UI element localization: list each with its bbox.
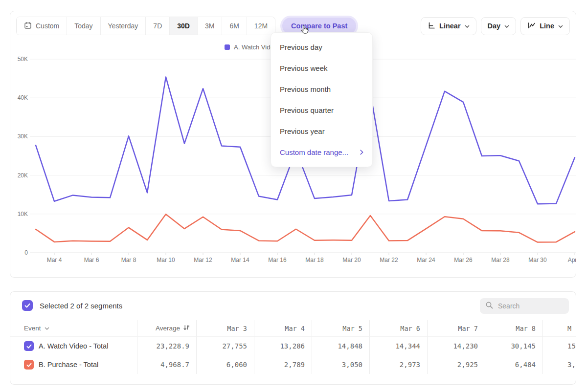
search-input[interactable] xyxy=(498,302,562,310)
scale-dropdown-label: Linear xyxy=(439,22,461,30)
value-cell: 3, xyxy=(542,355,576,374)
chevron-down-icon xyxy=(45,325,49,332)
range-button-yesterday[interactable]: Yesterday xyxy=(100,17,146,35)
y-axis-tick-label: 50K xyxy=(18,56,28,63)
value-cell: 15, xyxy=(542,337,576,355)
scale-dropdown-button[interactable]: Linear xyxy=(421,17,476,35)
x-axis-tick-label: Mar 12 xyxy=(194,257,212,263)
range-button-7d[interactable]: 7D xyxy=(145,17,169,35)
chart-type-dropdown-button[interactable]: Line xyxy=(520,17,570,35)
range-button-3m[interactable]: 3M xyxy=(197,17,222,35)
interval-dropdown-button[interactable]: Day xyxy=(481,17,517,35)
menu-item-previous-quarter[interactable]: Previous quarter xyxy=(271,100,372,121)
y-axis-tick-label: 10K xyxy=(18,211,28,218)
value-cell: 2,973 xyxy=(369,355,427,374)
range-button-label: Custom xyxy=(36,22,59,30)
range-button-today[interactable]: Today xyxy=(67,17,100,35)
value-cell: 30,145 xyxy=(485,337,542,355)
range-button-6m[interactable]: 6M xyxy=(222,17,246,35)
average-value-cell: 4,968.7 xyxy=(137,355,196,374)
event-column-header[interactable]: Event xyxy=(10,320,137,337)
date-header-label: Mar 5 xyxy=(342,325,362,332)
compare-to-past-menu: Previous dayPrevious weekPrevious monthP… xyxy=(271,32,373,167)
range-button-12m[interactable]: 12M xyxy=(247,17,275,35)
menu-item-label: Previous quarter xyxy=(280,106,334,114)
cell-value: 2,973 xyxy=(400,361,420,369)
menu-item-label: Custom date range... xyxy=(280,148,348,156)
menu-item-label: Previous day xyxy=(280,43,322,51)
date-column-header: M xyxy=(542,320,576,337)
x-axis-tick-label: Mar 26 xyxy=(454,257,473,263)
x-axis-tick-label: Mar 22 xyxy=(380,257,398,263)
segments-bar: Selected 2 of 2 segments xyxy=(10,292,576,320)
menu-item-previous-month[interactable]: Previous month xyxy=(271,79,372,100)
x-axis-tick-label: Mar 20 xyxy=(342,257,361,263)
range-button-label: Yesterday xyxy=(108,22,138,30)
chart-type-dropdown-label: Line xyxy=(540,22,554,30)
segment-checkbox[interactable] xyxy=(24,360,34,370)
cell-value: 14,344 xyxy=(395,342,420,350)
segments-table: EventAverageMar 3Mar 4Mar 5Mar 6Mar 7Mar… xyxy=(10,320,576,374)
value-cell: 27,755 xyxy=(196,337,254,355)
table-row-event-cell: A. Watch Video - Total xyxy=(10,337,137,355)
event-header-label: Event xyxy=(24,325,41,332)
interval-dropdown-label: Day xyxy=(488,22,501,30)
date-header-label: Mar 8 xyxy=(516,325,536,332)
y-axis-tick-label: 20K xyxy=(18,172,28,179)
range-button-30d[interactable]: 30D xyxy=(169,17,197,35)
date-column-header: Mar 4 xyxy=(254,320,312,337)
cell-value: 2,925 xyxy=(457,361,478,369)
search-icon xyxy=(485,301,494,311)
average-value-cell: 23,228.9 xyxy=(137,337,196,355)
menu-item-previous-year[interactable]: Previous year xyxy=(271,121,372,142)
date-header-label: M xyxy=(567,325,571,332)
date-column-header: Mar 7 xyxy=(427,320,485,337)
segments-selected-label: Selected 2 of 2 segments xyxy=(40,302,122,310)
hand-cursor-icon xyxy=(298,23,311,38)
average-header-label: Average xyxy=(156,325,180,332)
value-cell: 6,060 xyxy=(196,355,254,374)
select-all-checkbox[interactable] xyxy=(22,300,33,311)
menu-item-custom-date-range[interactable]: Custom date range... xyxy=(271,142,372,163)
y-axis-tick-label: 30K xyxy=(18,133,28,140)
range-button-custom[interactable]: Custom xyxy=(17,17,67,35)
x-axis-tick-label: Apr 1 xyxy=(568,257,576,263)
x-axis-tick-label: Mar 30 xyxy=(528,257,547,263)
cell-value: 6,060 xyxy=(226,361,247,369)
menu-item-previous-day[interactable]: Previous day xyxy=(271,37,372,58)
y-axis-tick-label: 0 xyxy=(24,249,28,256)
cell-value: 14,230 xyxy=(453,342,478,350)
calendar-icon xyxy=(24,22,32,31)
x-axis-tick-label: Mar 6 xyxy=(84,257,99,263)
chevron-down-icon xyxy=(558,22,563,30)
range-button-label: 3M xyxy=(205,22,214,30)
cell-value: 15, xyxy=(567,342,576,350)
segment-checkbox[interactable] xyxy=(24,341,34,351)
compare-to-past-button[interactable]: Compare to Past xyxy=(282,18,356,34)
y-axis-tick-label: 40K xyxy=(18,94,28,101)
cell-value: 6,484 xyxy=(515,361,536,369)
date-header-label: Mar 7 xyxy=(458,325,478,332)
date-header-label: Mar 4 xyxy=(285,325,305,332)
x-axis-tick-label: Mar 18 xyxy=(305,257,324,263)
range-button-label: Today xyxy=(74,22,92,30)
menu-item-previous-week[interactable]: Previous week xyxy=(271,58,372,79)
date-header-label: Mar 6 xyxy=(400,325,420,332)
x-axis-tick-label: Mar 16 xyxy=(268,257,287,263)
range-button-label: 7D xyxy=(153,22,162,30)
range-button-label: 6M xyxy=(229,22,239,30)
x-axis-tick-label: Mar 8 xyxy=(121,257,136,263)
date-column-header: Mar 6 xyxy=(369,320,427,337)
chevron-down-icon xyxy=(465,22,470,30)
segment-label: A. Watch Video - Total xyxy=(39,342,108,350)
x-axis-tick-label: Mar 4 xyxy=(47,257,62,263)
cell-value: 14,848 xyxy=(338,342,362,350)
range-button-label: 12M xyxy=(254,22,268,30)
value-cell: 13,286 xyxy=(254,337,312,355)
date-column-header: Mar 5 xyxy=(312,320,369,337)
search-box[interactable] xyxy=(480,298,569,314)
average-column-header[interactable]: Average xyxy=(137,320,196,337)
series-a-swatch xyxy=(225,44,230,50)
date-column-header: Mar 3 xyxy=(196,320,254,337)
value-cell: 3,050 xyxy=(312,355,369,374)
